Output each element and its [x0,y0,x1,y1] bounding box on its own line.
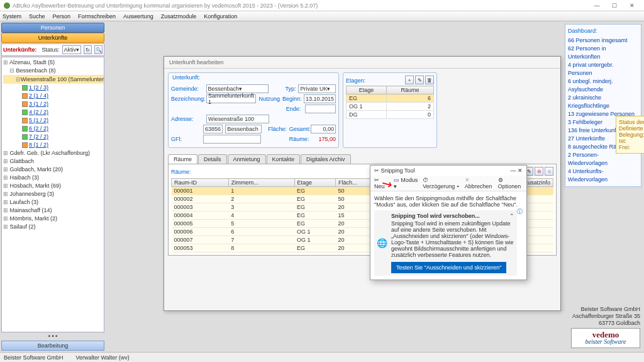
snip-try-button[interactable]: Testen Sie "Ausschneiden und skizzieren" [391,262,506,273]
tree[interactable]: Alzenau, Stadt (5)Bessenbach (8)Wiesenst… [1,57,104,332]
minimize-button[interactable]: — [589,3,605,9]
panel-unterkuenfte[interactable]: Unterkünfte [1,33,104,43]
snip-info-header: Snipping Tool wird verschoben... [391,213,480,219]
snip-modus[interactable]: ▭ Modus ▾ [394,177,418,189]
tab-digitales archiv[interactable]: Digitales Archiv [301,154,351,164]
snip-collapse[interactable]: ⌃ [509,213,514,219]
adresse-input[interactable]: Wiesenstraße 100 [206,115,269,123]
status-label: Status: [42,47,60,53]
gesamt-input[interactable]: 0,00 [311,125,336,133]
status-header: Status der Unterkunft: [619,119,644,125]
tree-node[interactable]: 1 (2 / 3) [3,84,103,92]
raum-export-icon[interactable]: ☆ [545,167,553,176]
app-icon [4,3,10,9]
tree-node[interactable]: Alzenau, Stadt (5) [3,59,103,67]
dashboard-item[interactable]: 2 ukrainische Kriegsflüchtlinge [568,94,638,110]
tab-anmietung[interactable]: Anmietung [228,154,266,164]
menu-zusatzmodule[interactable]: Zusatzmodule [161,13,197,20]
group-unterkunft: Unterkunft: Gemeinde:Bessenbach ▾Typ:Pri… [168,72,339,148]
menu-person[interactable]: Person [53,13,71,20]
bearbeitung-button[interactable]: Bearbeitung [1,341,104,351]
snip-verz[interactable]: ⏱ Verzögerung ▾ [423,177,460,189]
tree-node[interactable]: 6 (2 / 2) [3,125,103,133]
etage-delete-icon[interactable]: 🗑 [425,76,434,84]
filter-label: Unterkünfte: [3,47,37,53]
tree-node[interactable]: Bessenbach (8) [3,67,103,75]
gemeinde-select[interactable]: Bessenbach ▾ [206,84,269,93]
dialog-title: Unterkunft bearbeiten [164,57,560,69]
menubar: SystemSuchePersonFormschreibenAuswertung… [0,11,644,21]
snipping-tool-window: ✂ Snipping Tool— ✕ ✂ Neu ▭ Modus ▾ ⏱ Ver… [370,165,527,280]
tree-node[interactable]: 8 (1 / 2) [3,141,103,149]
page-indicator: • • • [48,333,57,339]
filter-row: Unterkünfte: Status: Aktiv ▾ ↻ 🔍 [1,43,104,56]
tree-node[interactable]: Laufach (3) [3,198,103,206]
dashboard-item[interactable]: 62 Personen in Unterkünften [568,45,638,61]
tree-node[interactable]: 3 (1 / 2) [3,100,103,108]
tabs: RäumeDetailsAnmietungKontakteDigitales A… [168,154,557,164]
status-user: Verwalter Walter (wv) [76,354,130,361]
dashboard-item[interactable]: 6 unbegl. minderj. Asylsuchende [568,77,638,94]
snip-close[interactable]: ✕ [518,167,523,174]
menu-suche[interactable]: Suche [29,13,45,20]
raeume-header: Räume: [171,169,191,175]
close-button[interactable]: ✕ [624,3,640,9]
tree-node[interactable]: Hösbach, Markt (69) [3,182,103,190]
tree-node[interactable]: Johannesberg (3) [3,190,103,198]
dashboard-item[interactable]: 66 Personen insgesamt [568,37,638,45]
etagen-header: Etagen: [346,77,365,84]
menu-system[interactable]: System [3,13,21,20]
snip-help-icon[interactable]: ⓘ [517,208,523,216]
refresh-icon[interactable]: ↻ [84,45,92,54]
etagen-table[interactable]: EtageRäumeEG6OG 12DG0 [346,86,434,119]
snip-min[interactable]: — [510,167,516,174]
group-etagen: Etagen: +✎🗑 EtageRäumeEG6OG 12DG0 [343,72,437,148]
menu-auswertung[interactable]: Auswertung [123,13,153,20]
vendor-logo: vedemobeister Software [571,328,640,348]
tab-kontakte[interactable]: Kontakte [267,154,301,164]
tree-node[interactable]: Haibach (3) [3,174,103,182]
ende-input[interactable] [305,105,336,113]
tree-node[interactable]: Gdefr. Geb. (Lkr Aschaffenburg) [3,149,103,157]
status-select[interactable]: Aktiv ▾ [62,45,82,54]
snip-title: Snipping Tool [381,167,415,174]
dashboard-header: Dashboard: [568,27,638,35]
snip-neu[interactable]: ✂ Neu [374,177,389,189]
tree-node[interactable]: Mainaschaff (14) [3,206,103,215]
tab-räume[interactable]: Räume [168,154,197,164]
tree-node[interactable]: Mömbris, Markt (2) [3,215,103,223]
group-header: Unterkunft: [169,73,338,82]
gfl-input[interactable] [203,135,261,144]
bezeichnung-input[interactable]: Sammelunterkunft 1 [206,94,256,103]
menu-formschreiben[interactable]: Formschreiben [78,13,116,20]
menu-konfiguration[interactable]: Konfiguration [204,13,237,20]
maximize-button[interactable]: ☐ [606,3,623,9]
titlebar: ABUko Asylbewerber-Betreuung und Unterbr… [0,0,644,11]
tree-node[interactable]: 4 (2 / 2) [3,108,103,116]
tree-node[interactable]: 5 (1 / 2) [3,116,103,125]
typ-select[interactable]: Private UK ▾ [298,84,336,93]
beginn-input[interactable]: 13.10.2015 [304,94,336,103]
tree-node[interactable]: Glattbach [3,157,103,166]
dashboard-item[interactable]: 4 privat untergebr. Personen [568,61,638,77]
tab-details[interactable]: Details [198,154,227,164]
statusbar: Beister Software GmbH Verwalter Walter (… [0,352,644,362]
etage-edit-icon[interactable]: ✎ [415,76,424,84]
panel-personen[interactable]: Personen [1,23,104,33]
etage-add-icon[interactable]: + [405,76,414,84]
raum-delete-icon[interactable]: ⊖ [535,167,543,176]
raeume-value: 175,00 [311,136,336,142]
tree-node[interactable]: Wiesenstraße 100 (Sammelunterkunft 1)... [3,75,104,84]
tree-node[interactable]: Goldbach, Markt (20) [3,166,103,174]
search-icon[interactable]: 🔍 [94,45,103,54]
snip-hint: Wählen Sie den Snippingmodus mithilfe de… [374,195,523,208]
snip-info-text: Snipping Tool wird in einem zukünftigen … [391,220,514,258]
snip-abbrechen: ✕ Abbrechen [465,177,493,189]
ort-input[interactable]: Bessenbach [225,125,261,133]
tree-node[interactable]: 7 (2 / 2) [3,133,103,141]
tree-node[interactable]: Sailauf (2) [3,223,103,231]
dashboard-item[interactable]: 4 Unterkunfts-Wiedervorlagen [568,167,638,184]
snip-optionen[interactable]: ⚙ Optionen [498,177,523,189]
tree-node[interactable]: 2 (1 / 4) [3,92,103,100]
plz-input[interactable]: 63856 [203,125,223,133]
